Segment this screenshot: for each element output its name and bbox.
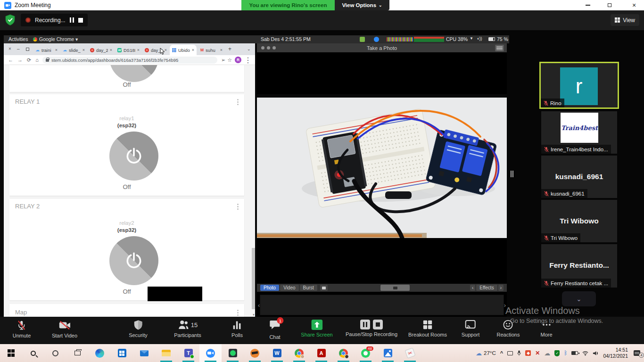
burst-mode-button[interactable]: Burst [300,285,317,291]
tab-training[interactable]: ☁traini× [33,45,60,55]
notification-center-button[interactable]: 4 [634,350,640,356]
participant-tile-rino[interactable]: r Rino [539,62,619,109]
effects-prev-icon[interactable]: ‹ [470,285,475,291]
close-button[interactable]: × [627,0,641,10]
chat-button[interactable]: 1 Chat [269,320,280,340]
ubuntu-clock[interactable]: Sab Des 4 2:51:55 PM [261,36,311,42]
gallery-prev-icon[interactable]: ‹ [258,302,260,309]
ubuntu-maximize-icon[interactable] [26,48,29,51]
tab-search-icon[interactable]: ⌄ [247,47,251,51]
panel-splitter-handle[interactable] [511,171,512,177]
whatsapp-desktop-icon[interactable] [222,344,244,362]
unmute-button[interactable]: Unmute [13,320,31,338]
new-tab-button[interactable]: + [228,46,231,52]
address-field[interactable]: stem.ubidots.com/app/dashboards/616a373a… [42,57,217,64]
tab-close-icon[interactable]: × [137,48,140,52]
start-button[interactable] [0,344,22,362]
battery-percent[interactable]: 75 % [497,36,508,42]
cpu-indicator[interactable]: CPU 38% [446,36,468,42]
photos-icon[interactable] [377,344,399,362]
widget-menu-icon[interactable] [237,99,239,100]
mic-tray-icon[interactable] [517,350,521,356]
chrome-profile1-icon[interactable] [288,344,310,362]
tablet-mode-icon[interactable] [507,351,513,355]
bookmark-star-icon[interactable]: ☆ [227,57,232,63]
widget-menu-icon[interactable] [237,204,239,205]
view-button[interactable]: View [611,14,639,26]
tab-close-icon[interactable]: × [220,48,223,52]
tab-day2[interactable]: day_2× [88,45,115,55]
tab-ubidots[interactable]: Ubido× [170,45,197,55]
polls-button[interactable]: Polls [231,320,243,338]
mail-icon[interactable] [133,344,155,362]
stop-recording-icon[interactable] [78,18,83,23]
elearning-app-icon[interactable] [244,344,266,362]
tab-close-icon[interactable]: × [110,48,112,52]
network-icon[interactable]: ▼ [470,36,473,41]
home-icon[interactable]: ⌂ [35,57,39,63]
participant-tile-kusnadi[interactable]: kusnadi_6961 kusnadi_6961 [541,156,617,198]
security-shield-tray-icon[interactable]: ✓ [554,350,560,356]
power-toggle[interactable] [109,65,158,82]
support-button[interactable]: Support [462,320,480,337]
edge-icon[interactable] [89,344,111,362]
restore-button[interactable] [603,0,617,10]
ubuntu-close-icon[interactable]: × [8,46,11,51]
weather-widget[interactable]: ☁ 27°C [476,350,496,357]
volume-tray-icon[interactable] [593,351,599,356]
cortana-button[interactable] [44,344,66,362]
onedrive-cloud-icon[interactable]: ☁ [544,350,550,357]
breakout-rooms-button[interactable]: Breakout Rooms [408,320,447,337]
view-options-button[interactable]: View Options⌄ [335,0,389,10]
reload-icon[interactable]: ⟳ [27,57,31,63]
whatsapp-icon[interactable]: 48 [355,344,377,362]
snipping-tool-icon[interactable]: ✂ [399,344,421,362]
tab-suhu[interactable]: Msuhu× [198,45,225,55]
ubuntu-minimize-icon[interactable]: – [17,46,20,51]
wifi-icon[interactable] [582,351,588,356]
file-explorer-icon[interactable] [155,344,177,362]
participant-tile-ferry[interactable]: Ferry Restianto... Ferry Restianto cetak… [541,244,617,288]
word-icon[interactable]: W [266,344,288,362]
participant-tile-tri[interactable]: Tri Wibowo Tri Wibowo [541,200,617,242]
photo-mode-button[interactable]: Photo [260,285,279,291]
forward-icon[interactable]: → [17,57,23,63]
camera-switch-icon[interactable] [320,285,328,291]
activities-button[interactable]: Activities [8,36,28,42]
task-view-button[interactable] [66,344,89,362]
tab-ds18b[interactable]: WDS18B× [115,45,142,55]
tab-close-icon[interactable]: × [192,48,194,52]
capture-button[interactable] [380,285,410,291]
pause-recording-icon[interactable] [70,17,74,23]
tab-close-icon[interactable]: × [55,48,58,52]
send-to-device-icon[interactable]: ➢ [221,57,225,63]
panel-splitter-handle[interactable] [512,171,513,177]
zoom-taskbar-icon[interactable] [199,344,222,362]
effects-button[interactable]: Effects [476,285,497,291]
scrollbar-thumb[interactable] [252,248,255,309]
widget-menu-icon[interactable] [237,310,239,311]
tab-slide[interactable]: ☁slide_× [60,45,87,55]
share-screen-button[interactable]: Share Screen [301,320,332,337]
search-button[interactable] [22,344,44,362]
pause-stop-recording-button[interactable]: Pause/Stop Recording [346,320,397,337]
teams-icon[interactable]: T [177,344,199,362]
chrome-profile2-icon[interactable] [332,344,355,362]
acrobat-icon[interactable]: A [310,344,332,362]
participant-tile-irene[interactable]: Train4best Irene_Train4best Indo... [541,111,617,154]
participants-button[interactable]: 15 Participants [174,320,201,338]
power-toggle[interactable] [109,236,158,285]
volume-icon[interactable]: ◖)) [477,36,482,41]
profile-avatar[interactable]: R [235,57,241,63]
back-icon[interactable]: ← [8,57,13,63]
tab-close-icon[interactable]: × [83,48,85,52]
microsoft-store-icon[interactable] [111,344,133,362]
hidden-icons-chevron[interactable]: ^ [500,350,503,356]
minimize-button[interactable] [581,0,595,10]
clock-widget[interactable]: 14:51 04/12/2021 [603,347,628,359]
chrome-menu[interactable]: Google Chrome ▾ [33,36,78,42]
power-toggle[interactable] [109,132,158,181]
battery-tray-icon[interactable] [571,351,578,355]
scroll-down-icon[interactable]: ▼ [252,313,255,316]
bluetooth-icon[interactable]: ᛒ [564,350,567,356]
